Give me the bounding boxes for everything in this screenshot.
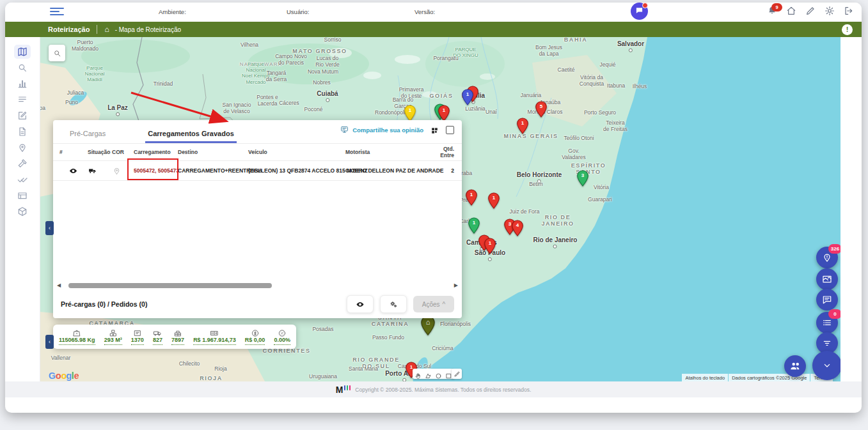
map-marker-red[interactable]: 1 [517,118,528,134]
chev-icon [822,360,832,371]
stat-value: 1370 [131,337,144,344]
sidebar-item-map[interactable] [14,45,31,59]
copyright-footer: M Copyright © 2008-2025. Máxima Sistemas… [5,381,862,397]
sidebar-item-reports[interactable] [14,77,31,91]
view-button[interactable] [347,295,374,313]
column-header: Carregamento [134,149,178,155]
table-header: #SituaçãoCORCarregamentoDestinoVeículoMo… [53,144,462,161]
attribution-link[interactable]: Atalhos do teclado [682,374,728,381]
stat-weight: 115065.98 Kg [59,328,95,344]
tab-pre-cargas[interactable]: Pré-Cargas [67,130,108,143]
marker-count: 1 [488,195,500,201]
marker-count: 4 [512,222,523,228]
cell-carregamento[interactable]: 5005472, 5005473 [134,167,178,174]
map-search-button[interactable] [49,45,65,61]
row-eye-icon[interactable] [68,167,78,175]
hand-tool-icon[interactable] [414,371,422,378]
volume-icon [109,328,118,337]
marker-count: 1 [466,192,477,197]
percent-icon [278,328,287,337]
marker-count: 1 [438,107,450,113]
horizontal-scrollbar[interactable]: ◀ ▶ [53,281,462,290]
occurrences-button[interactable]: 326 [816,247,838,268]
chart-icon [17,79,28,89]
circle-tool-icon[interactable] [435,371,442,378]
sidebar-item-panel[interactable] [14,188,31,203]
map-marker-red[interactable]: 1 [484,238,496,254]
sidebar-item-search[interactable] [14,61,31,75]
map-icon [17,47,28,57]
row-truck-icon[interactable] [88,167,112,175]
exit-icon [844,6,854,16]
tab-carregamentos-gravados[interactable]: Carregamentos Gravados [145,130,237,143]
scrollbar-thumb[interactable] [68,283,272,288]
home-button[interactable] [786,6,797,17]
file-icon [17,127,28,137]
map-view-button[interactable] [816,268,838,290]
sidebar-item-cargo[interactable] [14,204,31,219]
stats-collapse-button[interactable]: ‹ [45,335,54,349]
stat-items: 7897 [171,328,184,344]
messages-button[interactable] [816,289,838,311]
settings-button[interactable] [825,6,835,17]
map-marker-green[interactable]: 3 [577,170,588,187]
money-icon [210,328,219,337]
sidebar-item-edit[interactable] [14,109,31,123]
sidebar-item-tools[interactable] [14,157,31,171]
column-header: COR [112,149,134,155]
edit-shortcut-button[interactable] [805,6,816,17]
pin-icon [17,142,28,153]
sidebar-item-list[interactable] [14,93,31,107]
notifications-button[interactable]: 9 [767,6,778,17]
measure-tool-button[interactable] [452,369,462,379]
panel-footer: Pré-cargas (0) / Pedidos (0) Ações^ [53,290,462,318]
map-marker-green[interactable]: 1 [468,217,480,234]
panel-collapse-button[interactable]: ‹ [45,221,54,235]
map-marker-red[interactable]: 1 [488,192,500,209]
acoes-button[interactable]: Ações^ [413,296,454,312]
sidebar-item-documents[interactable] [14,125,31,139]
sidebar-item-approvals[interactable] [14,173,31,187]
edit-icon [17,111,28,121]
map-marker-olive[interactable]: ⌂ [421,316,436,335]
sidebar-item-locations[interactable] [14,141,31,155]
stat-value: 115065.98 Kg [59,337,95,344]
map-marker-blue[interactable]: 1 [462,89,473,105]
home-icon[interactable]: ⌂ [104,25,109,34]
grid-view-icon[interactable] [430,126,439,134]
map-marker-red[interactable]: 5 [535,101,547,118]
feedback-link[interactable]: Compartilhe sua opinião [340,125,423,135]
map-marker-red[interactable]: 1 [466,189,477,206]
stat-percent: 0.00% [274,328,290,344]
map-marker-red[interactable]: 4 [512,220,523,236]
google-logo-letter: e [74,371,79,381]
scroll-right-arrow[interactable]: ▶ [454,283,458,288]
fab-badge: 326 [828,244,840,254]
google-logo-letter: o [56,371,61,381]
table-row[interactable]: 5005472, 5005473 CARREGAMENTO+REENTREGA … [53,161,462,181]
route-list-button[interactable]: 0 [816,312,838,334]
stat-volume: 293 M³ [104,328,122,344]
map-marker-yellow[interactable]: 1 [404,105,416,121]
expand-button[interactable] [812,351,840,380]
alert-button[interactable]: ! [842,24,853,35]
menu-toggle-icon[interactable] [50,8,64,17]
map-canvas[interactable]: Puerto MaldonadoVilhenaSorrisoMATO GROSS… [40,37,840,381]
logout-button[interactable] [844,6,855,17]
row-pin-icon[interactable] [112,167,134,175]
checks-icon [17,174,28,185]
stat-vehicles: 827 [153,328,162,344]
map-attribution: Atalhos do tecladoDados cartográficos ©2… [682,374,833,381]
environment-label: Ambiente: [159,8,186,15]
app-window: Ambiente: Usuário: Versão: 9 Roteirizaçã… [5,3,862,413]
map-marker-red[interactable]: 1 [438,105,450,121]
shape-tool-icon[interactable] [425,371,432,378]
frame-icon [822,274,832,284]
scroll-left-arrow[interactable]: ◀ [57,283,61,288]
select-all-checkbox[interactable] [446,126,454,134]
settings-gears-button[interactable] [380,295,407,313]
page-title: - Mapa de Roteirização [115,26,181,33]
chat-bubble-button[interactable] [631,3,648,20]
pinalert-icon [822,252,832,263]
drivers-button[interactable] [784,355,806,377]
